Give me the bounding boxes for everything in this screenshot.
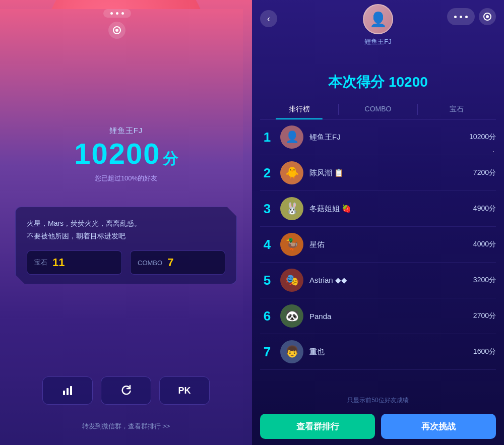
gem-stat: 宝石 11 <box>27 250 122 275</box>
combo-stat: COMBO 7 <box>130 250 225 275</box>
lb-name: 星佑 <box>309 240 467 249</box>
table-row: 2 🐥 陈风潮 📋 7200分 <box>260 155 496 191</box>
right-panel: ‹ 👤 鲤鱼王FJ 本次得分 10200 排行榜 COMBO <box>252 0 504 445</box>
lb-name: 冬菇姐姐 🍓 <box>309 204 467 214</box>
table-row: 3 🐰 冬菇姐姐 🍓 4900分 <box>260 191 496 227</box>
lb-score: 4900分 <box>473 204 496 213</box>
pk-button[interactable]: PK <box>159 376 210 405</box>
right-tabs: 排行榜 COMBO 宝石 <box>260 100 496 119</box>
table-row: 4 🦆 星佑 4000分 <box>260 227 496 263</box>
left-card-line2: 不要被他所困，朝着目标进发吧 <box>27 230 225 242</box>
chart-icon <box>61 385 74 397</box>
right-username: 鲤鱼王FJ <box>364 37 391 46</box>
lb-avatar: 👦 <box>280 340 303 363</box>
lb-name: 鲤鱼王FJ <box>309 133 463 142</box>
lb-avatar: 🎭 <box>280 269 303 292</box>
right-record-icon <box>483 13 491 21</box>
right-action-buttons: 查看群排行 再次挑战 <box>252 408 504 445</box>
lb-avatar: 🐰 <box>280 197 303 220</box>
right-score-title: 本次得分 10200 <box>328 73 428 92</box>
lb-score: 2700分 <box>473 311 496 321</box>
table-row: 1 👤 鲤鱼王FJ 10200分 <box>260 119 496 155</box>
tab-leaderboard[interactable]: 排行榜 <box>260 100 338 119</box>
left-panel: 鲤鱼王FJ 10200 分 您已超过100%的好友 火星，Mars，荧荧火光，离… <box>0 0 252 445</box>
leaderboard-list: 1 👤 鲤鱼王FJ 10200分 2 🐥 陈风潮 📋 7200分 3 🐰 冬菇姐… <box>252 119 504 391</box>
lb-name: 重也 <box>309 347 467 357</box>
pk-label: PK <box>178 386 191 396</box>
table-row: 5 🎭 Astrian ◆◆ 3200分 <box>260 263 496 298</box>
right-avatar: 👤 <box>363 4 393 34</box>
right-record-btn[interactable] <box>479 8 496 25</box>
lb-name: Panda <box>309 312 467 321</box>
lb-name: Astrian ◆◆ <box>309 276 467 285</box>
rank-number: 3 <box>260 201 274 217</box>
lb-name: 陈风潮 📋 <box>309 168 467 178</box>
lb-score: 3200分 <box>473 276 496 285</box>
table-row: 7 👦 重也 1600分 <box>260 334 496 370</box>
lb-avatar: 🐥 <box>280 161 303 184</box>
left-stats: 宝石 11 COMBO 7 <box>27 250 225 275</box>
retry-button[interactable]: 再次挑战 <box>381 414 496 439</box>
right-top-bar: ‹ 👤 鲤鱼王FJ <box>252 0 504 27</box>
gem-label: 宝石 <box>34 258 47 267</box>
left-username: 鲤鱼王FJ <box>109 126 143 136</box>
lb-avatar: 👤 <box>280 125 303 149</box>
gem-value: 11 <box>52 256 65 269</box>
right-more-btn[interactable] <box>447 8 475 25</box>
left-footer[interactable]: 转发到微信群，查看群排行 >> <box>82 422 170 431</box>
left-score-unit: 分 <box>163 149 178 169</box>
svg-rect-0 <box>63 391 65 395</box>
lb-score: 4000分 <box>473 240 496 249</box>
right-top-right <box>447 8 496 25</box>
group-rank-button[interactable]: 查看群排行 <box>260 414 375 439</box>
footer-note: 只显示前50位好友成绩 <box>347 391 408 408</box>
record-icon <box>113 26 121 34</box>
refresh-button[interactable] <box>101 376 151 405</box>
tab-gem[interactable]: 宝石 <box>418 100 496 119</box>
lb-score: 1600分 <box>473 347 496 356</box>
tab-combo[interactable]: COMBO <box>339 100 417 119</box>
combo-value: 7 <box>167 256 173 269</box>
refresh-icon <box>120 385 132 397</box>
left-record-btn[interactable] <box>108 22 125 39</box>
rank-number: 7 <box>260 344 274 360</box>
left-main-content: 鲤鱼王FJ 10200 分 您已超过100%的好友 <box>0 126 252 183</box>
chart-button[interactable] <box>42 376 93 405</box>
left-score: 10200 <box>74 138 160 170</box>
svg-rect-2 <box>70 386 72 395</box>
rank-number: 4 <box>260 237 274 252</box>
left-card: 火星，Mars，荧荧火光，离离乱惑。 不要被他所困，朝着目标进发吧 宝石 11 … <box>15 207 237 284</box>
combo-label: COMBO <box>138 259 162 267</box>
user-profile-header: 👤 鲤鱼王FJ <box>363 4 393 46</box>
rank-number: 1 <box>260 130 274 145</box>
lb-avatar: 🦆 <box>280 233 303 256</box>
rank-number: 5 <box>260 273 274 288</box>
left-subtitle: 您已超过100%的好友 <box>95 174 157 183</box>
svg-rect-1 <box>67 388 69 395</box>
lb-score: 10200分 <box>469 133 496 142</box>
left-card-line1: 火星，Mars，荧荧火光，离离乱惑。 <box>27 217 225 230</box>
left-card-text: 火星，Mars，荧荧火光，离离乱惑。 不要被他所困，朝着目标进发吧 <box>27 217 225 242</box>
table-row: 6 🐼 Panda 2700分 <box>260 298 496 334</box>
back-button[interactable]: ‹ <box>260 10 277 27</box>
rank-number: 2 <box>260 165 274 181</box>
rank-number: 6 <box>260 308 274 324</box>
left-action-buttons: PK <box>15 376 237 405</box>
left-more-btn[interactable] <box>103 9 131 18</box>
lb-avatar: 🐼 <box>280 304 303 328</box>
lb-score: 7200分 <box>473 168 496 177</box>
